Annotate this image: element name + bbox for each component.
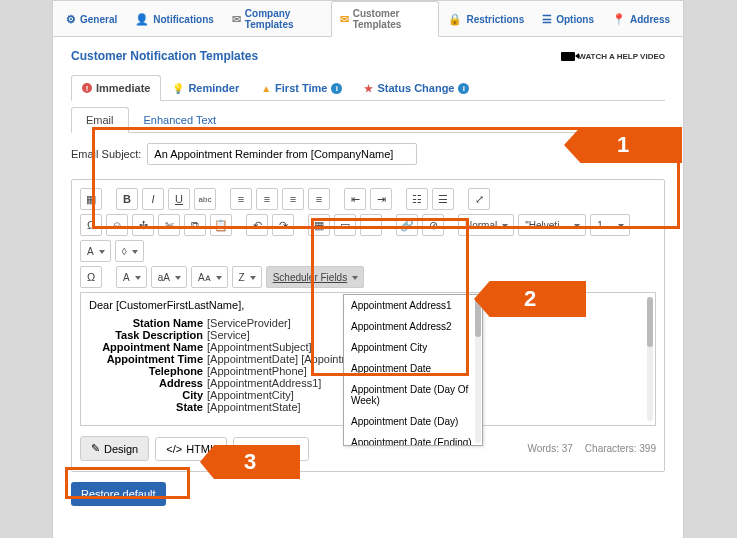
field-label: Address: [89, 377, 207, 389]
alert-icon: !: [82, 83, 92, 93]
size-select[interactable]: 1…: [590, 214, 630, 236]
rich-text-editor: ▦ B I U abc ≡ ≡ ≡ ≡ ⇤ ⇥ ☷ ☰ ⤢: [71, 179, 665, 472]
info-icon: i: [458, 83, 469, 94]
field-value: [AppointmentCity]: [207, 389, 294, 401]
subtab-reminder[interactable]: 💡Reminder: [161, 75, 250, 100]
fill-color-select[interactable]: ◊: [115, 240, 144, 262]
hr-icon[interactable]: —: [360, 214, 382, 236]
design-view-button[interactable]: ✎Design: [80, 436, 149, 461]
align-left-icon[interactable]: ≡: [230, 188, 252, 210]
outdent-icon[interactable]: ⇤: [344, 188, 366, 210]
envelope-icon: ✉: [340, 13, 349, 26]
info-icon: i: [331, 83, 342, 94]
gear-icon: ⚙: [66, 13, 76, 26]
letter-z-select[interactable]: Z: [232, 266, 262, 288]
anchor-icon[interactable]: ✢: [132, 214, 154, 236]
tab-customer-templates[interactable]: ✉Customer Templates: [331, 1, 440, 37]
font-select[interactable]: "Helveti…: [518, 214, 586, 236]
video-icon: [561, 52, 575, 61]
indent-icon[interactable]: ⇥: [370, 188, 392, 210]
image-icon[interactable]: ▭: [334, 214, 356, 236]
scheduler-fields-dropdown: Appointment Address1 Appointment Address…: [343, 294, 483, 446]
field-label: Station Name: [89, 317, 207, 329]
panel-header: Customer Notification Templates WATCH A …: [71, 49, 665, 63]
italic-button[interactable]: I: [142, 188, 164, 210]
panel: Customer Notification Templates WATCH A …: [53, 37, 683, 522]
scheduler-fields-select[interactable]: Scheduler Fields: [266, 266, 364, 288]
toolbar-row-2: Ω ☺ ✢ ✄ ⧉ 📋 ↶ ↷ ▦ ▭ — 🔗 ⊘ Normal "Helvet…: [80, 214, 656, 262]
dropdown-item[interactable]: Appointment City: [344, 337, 482, 358]
text-color-select[interactable]: A: [80, 240, 111, 262]
envelope-icon: ✉: [232, 13, 241, 26]
unordered-list-icon[interactable]: ☰: [432, 188, 454, 210]
case-select-1[interactable]: aA: [151, 266, 187, 288]
person-icon: 👤: [135, 13, 149, 26]
fullscreen-icon[interactable]: ⤢: [468, 188, 490, 210]
warning-icon: ▲: [261, 83, 271, 94]
restore-default-button[interactable]: Restore default: [71, 482, 166, 506]
dropdown-item[interactable]: Appointment Address1: [344, 295, 482, 316]
field-label: Telephone: [89, 365, 207, 377]
lock-icon: 🔒: [448, 13, 462, 26]
format-tab-enhanced[interactable]: Enhanced Text: [129, 107, 232, 132]
copy-icon[interactable]: ⧉: [184, 214, 206, 236]
panel-title: Customer Notification Templates: [71, 49, 258, 63]
format-tab-email[interactable]: Email: [71, 107, 129, 133]
tab-options[interactable]: ☰Options: [533, 1, 603, 36]
special-icon[interactable]: Ω: [80, 266, 102, 288]
paste-icon[interactable]: 📋: [210, 214, 232, 236]
dropdown-item[interactable]: Appointment Date: [344, 358, 482, 379]
pencil-icon: ✎: [91, 442, 100, 455]
strike-button[interactable]: abc: [194, 188, 216, 210]
source-icon[interactable]: ▦: [80, 188, 102, 210]
tab-company-templates[interactable]: ✉Company Templates: [223, 1, 331, 36]
field-label: Appointment Name: [89, 341, 207, 353]
dropdown-item[interactable]: Appointment Date (Day): [344, 411, 482, 432]
tab-address[interactable]: 📍Address: [603, 1, 679, 36]
dropdown-item[interactable]: Appointment Date (Day Of Week): [344, 379, 482, 411]
field-label: State: [89, 401, 207, 413]
top-nav: ⚙General 👤Notifications ✉Company Templat…: [53, 1, 683, 37]
annotation-number-1: 1: [564, 127, 682, 163]
link-icon[interactable]: 🔗: [396, 214, 418, 236]
format-select[interactable]: Normal: [458, 214, 514, 236]
star-icon: ★: [364, 83, 373, 94]
help-video-link[interactable]: WATCH A HELP VIDEO: [561, 52, 665, 61]
subtab-first-time[interactable]: ▲First Timei: [250, 75, 353, 100]
stats: Words: 37 Characters: 399: [527, 443, 656, 454]
unlink-icon[interactable]: ⊘: [422, 214, 444, 236]
align-center-icon[interactable]: ≡: [256, 188, 278, 210]
underline-button[interactable]: U: [168, 188, 190, 210]
field-label: Appointment Time: [89, 353, 207, 365]
ordered-list-icon[interactable]: ☷: [406, 188, 428, 210]
letter-a-select[interactable]: A: [116, 266, 147, 288]
toolbar-row-1: ▦ B I U abc ≡ ≡ ≡ ≡ ⇤ ⇥ ☷ ☰ ⤢: [80, 188, 656, 210]
annotation-number-3: 3: [200, 445, 300, 479]
tab-general[interactable]: ⚙General: [57, 1, 126, 36]
dropdown-item[interactable]: Appointment Address2: [344, 316, 482, 337]
undo-icon[interactable]: ↶: [246, 214, 268, 236]
align-justify-icon[interactable]: ≡: [308, 188, 330, 210]
tab-restrictions[interactable]: 🔒Restrictions: [439, 1, 533, 36]
emoji-icon[interactable]: ☺: [106, 214, 128, 236]
table-icon[interactable]: ▦: [308, 214, 330, 236]
align-right-icon[interactable]: ≡: [282, 188, 304, 210]
bold-button[interactable]: B: [116, 188, 138, 210]
field-label: City: [89, 389, 207, 401]
bulb-icon: 💡: [172, 83, 184, 94]
field-value: [AppointmentPhone]: [207, 365, 307, 377]
subtab-status-change[interactable]: ★Status Changei: [353, 75, 480, 100]
scissors-icon[interactable]: ✄: [158, 214, 180, 236]
subject-input[interactable]: [147, 143, 417, 165]
subtabs: !Immediate 💡Reminder ▲First Timei ★Statu…: [71, 75, 665, 101]
code-icon: </>: [166, 443, 182, 455]
field-label: Task Description: [89, 329, 207, 341]
editor-scrollbar-thumb[interactable]: [647, 297, 653, 347]
field-value: [AppointmentAddress1]: [207, 377, 321, 389]
redo-icon[interactable]: ↷: [272, 214, 294, 236]
subtab-immediate[interactable]: !Immediate: [71, 75, 161, 101]
dropdown-item[interactable]: Appointment Date (Ending): [344, 432, 482, 446]
tab-notifications[interactable]: 👤Notifications: [126, 1, 223, 36]
symbol-omega-icon[interactable]: Ω: [80, 214, 102, 236]
case-select-2[interactable]: Aᴀ: [191, 266, 228, 288]
